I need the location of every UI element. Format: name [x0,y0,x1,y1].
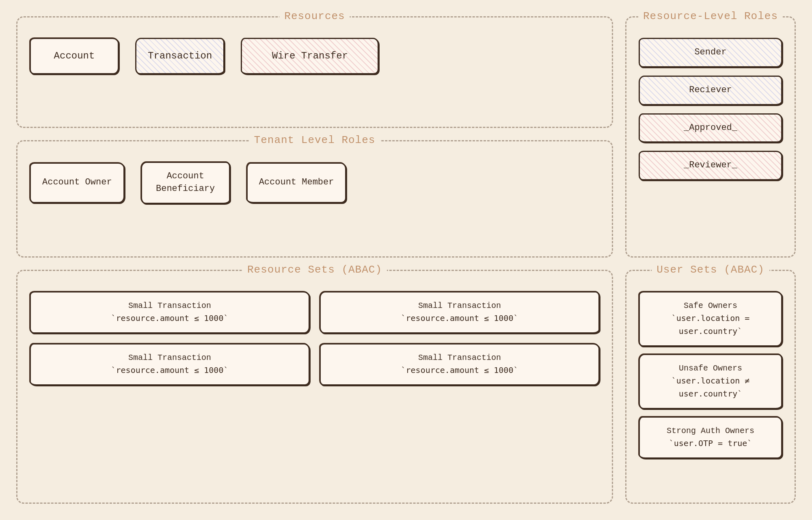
account-owner-label: Account Owner [42,176,112,189]
reviewer-card[interactable]: _Reviewer_ [639,151,782,180]
resources-panel: Resources Account Transaction Wire Trans… [16,16,613,128]
reviewer-label: _Reviewer_ [684,159,737,172]
unsafe-owners-card[interactable]: Unsafe Owners`user.location ≠ user.count… [639,354,782,409]
transaction-label: Transaction [148,49,212,63]
safe-owners-card[interactable]: Safe Owners`user.location = user.country… [639,291,782,347]
main-container: Resources Account Transaction Wire Trans… [0,0,812,520]
roles-panel-title: Resource-Level Roles [638,10,783,22]
rs4-card[interactable]: Small Transaction`resource.amount ≤ 1000… [320,343,600,386]
rs1-card[interactable]: Small Transaction`resource.amount ≤ 1000… [30,291,310,334]
wire-transfer-card[interactable]: Wire Transfer [241,38,379,74]
rs2-label: Small Transaction`resource.amount ≤ 1000… [401,300,518,325]
roles-panel: Resource-Level Roles Sender Reciever _Ap… [625,16,796,258]
roles-content: Sender Reciever _Approved_ _Reviewer_ [639,38,782,180]
account-beneficiary-label: AccountBeneficiary [156,170,215,195]
user-sets-content: Safe Owners`user.location = user.country… [639,291,782,459]
tenant-panel: Tenant Level Roles Account Owner Account… [16,140,613,258]
approved-card[interactable]: _Approved_ [639,113,782,143]
resource-sets-panel-title: Resource Sets (ABAC) [242,264,387,276]
tenant-panel-title: Tenant Level Roles [249,134,380,146]
sender-label: Sender [694,46,726,59]
user-sets-panel: User Sets (ABAC) Safe Owners`user.locati… [625,270,796,504]
account-member-label: Account Member [259,176,334,189]
resource-sets-content: Small Transaction`resource.amount ≤ 1000… [30,291,600,386]
strong-auth-card[interactable]: Strong Auth Owners`user.OTP = true` [639,416,782,459]
account-card[interactable]: Account [30,38,119,74]
resources-panel-title: Resources [279,10,350,22]
receiver-card[interactable]: Reciever [639,76,782,105]
account-owner-card[interactable]: Account Owner [30,162,125,203]
tenant-content: Account Owner AccountBeneficiary Account… [30,162,600,204]
unsafe-owners-label: Unsafe Owners`user.location ≠ user.count… [651,362,770,401]
receiver-label: Reciever [689,84,732,97]
rs4-label: Small Transaction`resource.amount ≤ 1000… [401,352,518,377]
rs3-label: Small Transaction`resource.amount ≤ 1000… [111,352,229,377]
transaction-card[interactable]: Transaction [135,38,225,74]
rs1-label: Small Transaction`resource.amount ≤ 1000… [111,300,229,325]
rs2-card[interactable]: Small Transaction`resource.amount ≤ 1000… [320,291,600,334]
resource-sets-panel: Resource Sets (ABAC) Small Transaction`r… [16,270,613,504]
account-label: Account [54,49,95,63]
user-sets-panel-title: User Sets (ABAC) [652,264,769,276]
safe-owners-label: Safe Owners`user.location = user.country… [651,300,770,338]
rs3-card[interactable]: Small Transaction`resource.amount ≤ 1000… [30,343,310,386]
sender-card[interactable]: Sender [639,38,782,67]
account-beneficiary-card[interactable]: AccountBeneficiary [141,162,230,204]
wire-transfer-label: Wire Transfer [272,49,348,63]
account-member-card[interactable]: Account Member [246,162,347,203]
strong-auth-label: Strong Auth Owners`user.OTP = true` [667,425,754,450]
resources-content: Account Transaction Wire Transfer [30,38,600,74]
approved-label: _Approved_ [684,122,737,134]
